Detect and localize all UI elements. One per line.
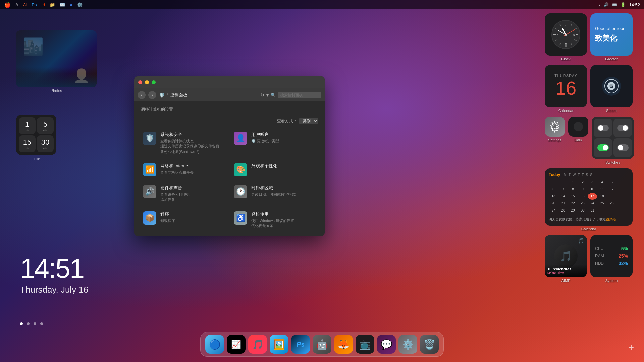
settings-item-programs[interactable]: 📦 程序 卸载程序 — [141, 209, 227, 231]
aimp-widget-label: AIMP — [545, 279, 587, 283]
forward-button[interactable]: › — [148, 91, 156, 99]
switch-3[interactable] — [594, 138, 612, 157]
settings-item-ease[interactable]: ♿ 轻松使用 使用 Windows 建议的设置优化视觉显示 — [232, 209, 318, 231]
cal-day-cell[interactable]: 27 — [549, 207, 558, 214]
system-widget[interactable]: CPU 5% RAM 25% HDD 32% — [590, 235, 633, 277]
cal-note: 明天去女朋友她二婆家见婚子了，晒完很漂亮... — [549, 217, 629, 222]
calendar-small-widget[interactable]: THURSDAY 16 — [545, 65, 587, 107]
menubar-app-icon-6[interactable]: ✉️ — [60, 2, 65, 7]
cal-day-cell[interactable]: 4 — [597, 179, 607, 186]
dock-icon-music[interactable]: 🎵 — [248, 335, 267, 354]
dropdown-button[interactable]: ▾ — [266, 92, 269, 98]
dot-1[interactable] — [20, 322, 23, 325]
cal-day-cell[interactable]: 11 — [597, 186, 607, 193]
timer-widget[interactable]: 1 min 5 min 15 min 30 min — [16, 115, 56, 155]
switches-widget[interactable] — [592, 117, 634, 159]
switch-2[interactable] — [613, 119, 632, 137]
settings-widget[interactable] — [545, 117, 565, 137]
cal-day-cell[interactable]: 18 — [597, 193, 607, 200]
settings-item-user[interactable]: 👤 用户帐户 🛡️ 更改帐户类型 — [232, 130, 318, 156]
cal-day-cell[interactable]: 6 — [549, 186, 558, 193]
calendar-large-widget[interactable]: Today M T W T F S S 12345678910111213141… — [545, 168, 633, 226]
steam-widget[interactable] — [590, 65, 633, 107]
menubar-keyboard-icon[interactable]: ⌨️ — [612, 2, 617, 7]
window-minimize-button[interactable] — [145, 80, 149, 84]
cal-day-cell[interactable]: 22 — [568, 200, 578, 207]
cal-day-cell[interactable]: 25 — [597, 200, 607, 207]
menubar-app-icon-5[interactable]: 📁 — [50, 2, 55, 7]
cal-day-cell[interactable]: 15 — [568, 193, 578, 200]
dock-icon-slack[interactable]: 💬 — [377, 335, 396, 354]
photos-widget[interactable]: 👤 🏙️ — [16, 30, 97, 87]
add-widget-button[interactable]: + — [629, 342, 634, 353]
cal-day-cell[interactable]: 30 — [578, 207, 587, 214]
cal-day-cell[interactable]: 16 — [578, 193, 587, 200]
menubar-volume-icon[interactable]: 🔊 — [604, 2, 609, 7]
menubar-app-icon-2[interactable]: Ai — [23, 2, 27, 7]
calendar-small-wrapper: THURSDAY 16 Calendar — [545, 65, 587, 113]
cal-day-cell[interactable]: 21 — [558, 200, 568, 207]
cal-day-cell[interactable]: 17 — [588, 193, 597, 200]
dock-icon-finder[interactable]: 🔵 — [205, 335, 224, 354]
dock: 🔵 📈 🎵 🖼️ Ps 🤖 🦊 📺 💬 ⚙️ 🗑️ — [200, 332, 444, 357]
switches-widget-wrapper: Switches — [592, 117, 634, 164]
cal-day-cell[interactable]: 29 — [568, 207, 578, 214]
search-input[interactable] — [278, 92, 321, 98]
clock-widget[interactable]: 12 3 6 9 — [545, 13, 587, 56]
cal-day-cell[interactable]: 26 — [607, 200, 616, 207]
user-title: 用户帐户 — [251, 132, 279, 138]
menubar-app-icon-4[interactable]: Id — [41, 2, 45, 7]
cal-day-cell[interactable]: 5 — [607, 179, 616, 186]
dock-icon-photoshop[interactable]: Ps — [291, 335, 310, 354]
settings-item-network[interactable]: 📶 网络和 Internet 查看网格状态和任务 — [141, 161, 227, 178]
aimp-widget[interactable]: 🎵 🎵 Tu reviendras Maître Gims — [545, 235, 587, 277]
cal-day-cell[interactable]: 20 — [549, 200, 558, 207]
dock-icon-firefox[interactable]: 🦊 — [334, 335, 353, 354]
timer-unit-4: min — [43, 147, 48, 150]
menubar-app-icon-3[interactable]: Ps — [32, 2, 37, 7]
settings-item-appearance[interactable]: 🎨 外观和个性化 — [232, 161, 318, 178]
refresh-button[interactable]: ↻ — [260, 92, 264, 98]
window-maximize-button[interactable] — [152, 80, 156, 84]
dock-icon-stocks[interactable]: 📈 — [227, 335, 246, 354]
apple-logo-icon[interactable]: 🍎 — [4, 2, 11, 8]
menubar-app-icon-8[interactable]: ⚙️ — [77, 2, 83, 7]
settings-item-security[interactable]: 🛡️ 系统和安全 查看你的计算机状态通过文件历史记录保存你的文件备份备份和还原(… — [141, 130, 227, 156]
cal-day-cell[interactable]: 24 — [588, 200, 597, 207]
cal-day-cell[interactable]: 10 — [588, 186, 597, 193]
back-button[interactable]: ‹ — [138, 91, 146, 99]
cal-day-cell[interactable]: 31 — [588, 207, 597, 214]
dot-3[interactable] — [34, 322, 36, 325]
dot-4[interactable] — [40, 322, 43, 325]
menubar-battery-icon[interactable]: 🔋 — [621, 2, 626, 7]
menubar-app-icon-1[interactable]: A — [15, 2, 18, 7]
dock-icon-trash[interactable]: 🗑️ — [420, 335, 439, 354]
cal-day-cell[interactable]: 13 — [549, 193, 558, 200]
dot-2[interactable] — [27, 322, 30, 325]
cal-day-cell[interactable]: 8 — [568, 186, 578, 193]
window-close-button[interactable] — [138, 80, 142, 84]
cal-day-cell[interactable]: 19 — [607, 193, 616, 200]
cal-day-cell[interactable]: 9 — [578, 186, 587, 193]
dark-widget[interactable] — [568, 117, 588, 137]
greeter-widget[interactable]: Good afternoon, 致美化 — [590, 13, 633, 56]
settings-item-clock[interactable]: 🕐 时钟和区域 更改日期、时间或数字格式 — [232, 183, 318, 204]
view-dropdown[interactable]: 类别 — [299, 118, 318, 124]
switch-4[interactable] — [613, 138, 632, 157]
cal-day-cell[interactable]: 23 — [578, 200, 587, 207]
dock-icon-preview[interactable]: 🖼️ — [270, 335, 288, 354]
cal-day-cell[interactable]: 2 — [578, 179, 587, 186]
dock-icon-system-prefs[interactable]: ⚙️ — [398, 335, 417, 354]
settings-item-hardware[interactable]: 🔊 硬件和声音 查看设备和打印机添加设备 — [141, 183, 227, 204]
cal-day-cell[interactable]: 7 — [558, 186, 568, 193]
cal-day-cell[interactable]: 1 — [568, 179, 578, 186]
cal-day-cell[interactable]: 12 — [607, 186, 616, 193]
switch-1[interactable] — [594, 119, 612, 137]
cal-day-cell[interactable]: 3 — [588, 179, 597, 186]
cal-day-cell[interactable]: 14 — [558, 193, 568, 200]
dock-icon-appletv[interactable]: 📺 — [356, 335, 374, 354]
menubar-app-icon-7[interactable]: ● — [70, 2, 72, 7]
cal-day-cell[interactable]: 28 — [558, 207, 568, 214]
menubar-chevron-icon[interactable]: › — [599, 2, 600, 7]
dock-icon-automator[interactable]: 🤖 — [313, 335, 331, 354]
